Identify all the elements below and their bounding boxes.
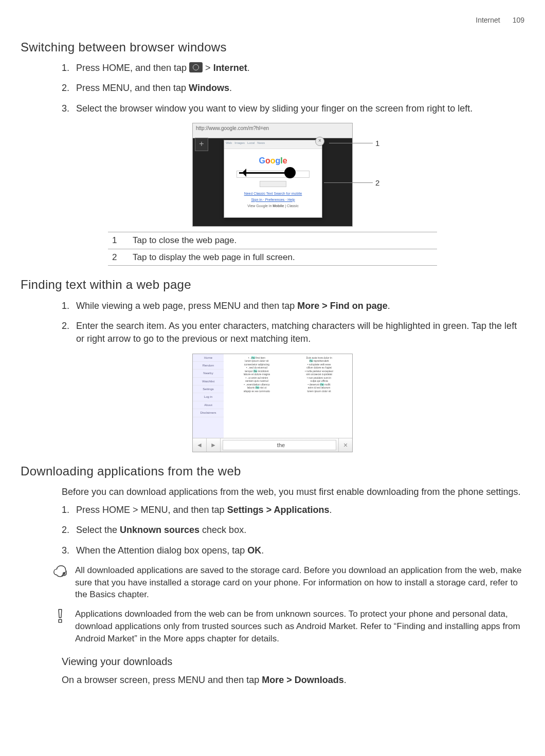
callout-2: 2 [375, 177, 379, 188]
note-text: All downloaded applications are saved to… [75, 564, 524, 601]
find-next-icon: ► [207, 438, 221, 452]
step-3: 3. When the Attention dialog box opens, … [62, 544, 524, 557]
step-text: > [203, 63, 213, 73]
window-thumbnail: Web Images Local News Google Need Classi… [224, 140, 322, 218]
swipe-arrow-icon [239, 172, 290, 174]
figure-find-on-page: HomeRandomNearbyWatchlistSettingsLog inA… [21, 354, 524, 452]
new-tab-icon: + [195, 138, 208, 151]
step-strong: OK [247, 545, 261, 556]
wiki-content: • ..the first itemlorem ipsum dolor sitc… [224, 354, 352, 438]
cell-num: 1 [108, 232, 129, 249]
table-row: 2 Tap to display the web page in full sc… [108, 249, 437, 266]
step-1: 1. While viewing a web page, press MENU … [62, 300, 524, 312]
step-number: 1. [62, 300, 69, 312]
step-text: Press HOME > MENU, and then tap [76, 505, 227, 515]
step-2: 2. Select the Unknown sources check box. [62, 524, 524, 537]
find-close-icon: × [338, 438, 352, 452]
step-end: check box. [199, 525, 246, 535]
wiki-sidebar: HomeRandomNearbyWatchlistSettingsLog inA… [193, 354, 224, 438]
close-icon: × [315, 137, 324, 146]
step-1: 1. Press HOME > MENU, and then tap Setti… [62, 504, 524, 517]
switching-steps: 1. Press HOME, and then tap > Internet. … [62, 62, 524, 115]
end: . [344, 675, 347, 685]
cell-desc: Tap to close the web page. [129, 232, 437, 249]
figure-browser-windows: http://www.google.com/m?hl=en + Web Imag… [21, 123, 524, 266]
warning-icon [51, 608, 69, 627]
header-section: Internet [476, 16, 500, 24]
step-number: 3. [62, 102, 69, 115]
step-end: . [229, 83, 232, 93]
step-number: 2. [62, 320, 69, 333]
step-3: 3. Select the browser window you want to… [62, 102, 524, 115]
strong: More > Downloads [262, 675, 344, 685]
step-text: While viewing a web page, press MENU and… [76, 301, 297, 311]
step-number: 2. [62, 82, 69, 95]
text: On a browser screen, press MENU and then… [62, 675, 262, 685]
cell-num: 2 [108, 249, 129, 266]
step-text: Select the browser window you want to vi… [76, 103, 473, 114]
note-storage: All downloaded applications are saved to… [51, 564, 524, 601]
note-icon [51, 564, 69, 583]
find-toolbar: ◄ ► the × [193, 438, 352, 452]
step-2: 2. Enter the search item. As you enter c… [62, 320, 524, 345]
apps-icon [189, 62, 203, 72]
viewing-downloads-text: On a browser screen, press MENU and then… [62, 674, 524, 687]
step-strong: Settings > Applications [227, 505, 330, 515]
finding-steps: 1. While viewing a web page, press MENU … [62, 300, 524, 346]
url-bar: http://www.google.com/m?hl=en [193, 123, 352, 138]
note-warning: Applications downloaded from the web can… [51, 608, 524, 644]
step-end: . [261, 545, 264, 556]
step-text: Press HOME, and then tap [76, 63, 189, 73]
step-number: 3. [62, 544, 69, 557]
step-1: 1. Press HOME, and then tap > Internet. [62, 62, 524, 75]
downloading-steps: 1. Press HOME > MENU, and then tap Setti… [62, 504, 524, 557]
callout-line-2 [324, 182, 373, 183]
subsection-title-viewing-downloads: Viewing your downloads [62, 654, 524, 669]
find-input: the [223, 440, 336, 450]
table-row: 1 Tap to close the web page. [108, 232, 437, 249]
section-title-switching: Switching between browser windows [21, 39, 524, 56]
step-strong: Internet [213, 63, 247, 73]
step-end: . [330, 505, 332, 515]
step-text: Press MENU, and then tap [76, 83, 189, 93]
cell-desc: Tap to display the web page in full scre… [129, 249, 437, 266]
screenshot-find: HomeRandomNearbyWatchlistSettingsLog inA… [192, 354, 353, 452]
callout-line-1 [329, 143, 373, 143]
step-number: 1. [62, 504, 69, 517]
step-strong: Windows [189, 83, 229, 93]
section-title-finding: Finding text within a web page [21, 276, 524, 293]
step-strong: Unknown sources [120, 525, 199, 535]
find-prev-icon: ◄ [193, 438, 207, 452]
step-2: 2. Press MENU, and then tap Windows. [62, 82, 524, 95]
step-end: . [247, 63, 250, 73]
step-text: Select the [76, 525, 120, 535]
page-number: 109 [513, 16, 524, 24]
page-header: Internet 109 [21, 15, 524, 26]
step-end: . [388, 301, 390, 311]
step-number: 1. [62, 62, 69, 75]
section-title-downloading: Downloading applications from the web [21, 463, 524, 480]
step-number: 2. [62, 524, 69, 537]
note-text: Applications downloaded from the web can… [75, 608, 524, 644]
step-text: When the Attention dialog box opens, tap [76, 545, 247, 556]
callout-table: 1 Tap to close the web page. 2 Tap to di… [108, 232, 437, 266]
step-strong: More > Find on page [297, 301, 388, 311]
downloading-intro: Before you can download applications fro… [62, 486, 524, 499]
screenshot-windows: http://www.google.com/m?hl=en + Web Imag… [192, 123, 353, 227]
step-text: Enter the search item. As you enter char… [76, 321, 517, 344]
callout-1: 1 [375, 138, 379, 149]
